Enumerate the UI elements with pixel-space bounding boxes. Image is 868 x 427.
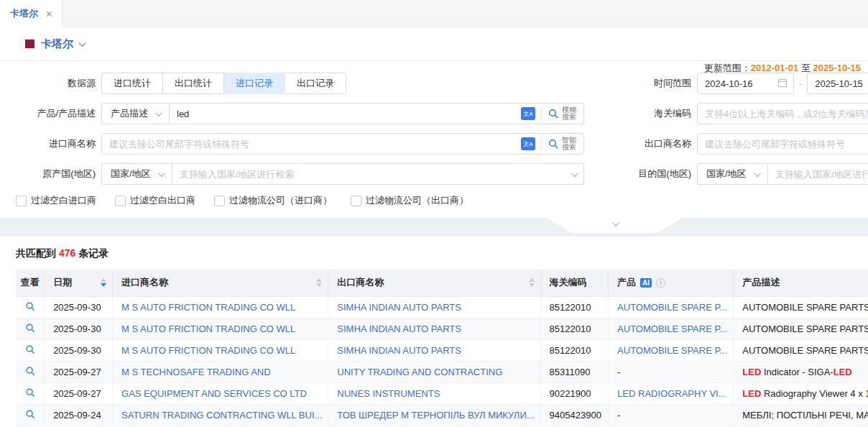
exporter-link-cell: NUNES INSTRUMENTS <box>328 382 540 404</box>
column-header-4[interactable]: 出口商名称 <box>328 270 540 296</box>
description-cell: LED Radiography Viewer 4 x 16 inch <box>734 382 868 404</box>
update-range-joiner: 至 <box>801 63 811 73</box>
checkbox-row: 过滤空白进口商过滤空白出口商过滤物流公司（进口商）过滤物流公司（出口商） <box>0 193 868 208</box>
importer-input[interactable] <box>102 134 515 154</box>
importer-link-cell: M S AUTO FRICTION TRADING CO WLL <box>113 318 328 339</box>
calendar-icon[interactable] <box>777 78 788 90</box>
description-cell: МЕБЛІ; ПОСТІЛЬНІ РЕЧІ, МАТРАЦИ,... <box>734 404 868 426</box>
hs-code-cell: 85122010 <box>540 296 609 318</box>
translate-icon[interactable]: 文A <box>521 137 535 150</box>
date-end-input[interactable] <box>808 73 868 93</box>
product-search-input[interactable] <box>170 104 515 124</box>
count-prefix: 共匹配到 <box>16 247 56 259</box>
checkbox-box[interactable] <box>214 196 225 206</box>
sort-desc-icon[interactable] <box>529 283 535 287</box>
destination-country-value: 国家/地区 <box>706 167 747 180</box>
exporter-link[interactable]: SIMHA INDIAN AUTO PARTS <box>337 323 461 334</box>
product-value[interactable]: AUTOMOBILE SPARE P... <box>617 323 727 334</box>
description-text: Indicator - SIGA- <box>761 367 833 377</box>
data-source-option[interactable]: 进口统计 <box>101 73 163 94</box>
info-icon[interactable]: i <box>656 278 665 288</box>
sort-desc-icon[interactable] <box>316 283 322 287</box>
exporter-input[interactable] <box>698 134 868 154</box>
product-type-select[interactable]: 产品描述 <box>102 104 170 124</box>
view-search-icon <box>25 366 35 376</box>
filter-row-importer: 进口商名称 文A 智能搜索 出口商名称 <box>0 133 868 155</box>
exporter-link[interactable]: SIMHA INDIAN AUTO PARTS <box>337 302 461 313</box>
sort-control[interactable] <box>529 278 535 287</box>
product-value[interactable]: AUTOMOBILE SPARE P... <box>617 345 727 356</box>
view-detail-button[interactable] <box>16 318 45 339</box>
sort-desc-icon[interactable] <box>101 283 106 287</box>
keyword-highlight: LED <box>742 367 761 377</box>
filter-checkbox[interactable]: 过滤物流公司（进口商） <box>214 194 332 207</box>
sort-asc-icon[interactable] <box>101 278 106 282</box>
filter-checkbox[interactable]: 过滤空白进口商 <box>16 194 96 207</box>
importer-link[interactable]: M S AUTO FRICTION TRADING CO WLL <box>121 323 295 334</box>
search-icon <box>548 108 559 119</box>
collapse-toggle[interactable] <box>546 218 683 233</box>
origin-country-select[interactable]: 国家/地区 <box>102 164 172 184</box>
importer-link[interactable]: M S AUTO FRICTION TRADING CO WLL <box>121 302 295 313</box>
update-range-start: 2012-01-01 <box>751 63 799 73</box>
exporter-link[interactable]: SIMHA INDIAN AUTO PARTS <box>337 345 461 356</box>
importer-link[interactable]: GAS EQUIPMENT AND SERVICES CO LTD <box>121 388 307 399</box>
tab-close-icon[interactable]: ✕ <box>45 9 53 19</box>
view-detail-button[interactable] <box>16 296 45 318</box>
hs-code-field[interactable] <box>697 103 868 124</box>
data-source-option[interactable]: 出口统计 <box>163 73 224 94</box>
date-cell: 2025-09-24 <box>45 404 113 426</box>
checkbox-box[interactable] <box>115 196 126 206</box>
date-end-field[interactable] <box>807 73 868 94</box>
exporter-link-cell: SIMHA INDIAN AUTO PARTS <box>328 339 540 361</box>
column-header-2[interactable]: 日期 <box>45 270 113 296</box>
importer-link-cell: M S TECHNOSAFE TRADING AND <box>113 361 328 382</box>
importer-link[interactable]: SATURN TRADING CONTRACTING WLL BUI... <box>121 410 322 421</box>
date-start-field[interactable] <box>697 73 794 94</box>
origin-search-input[interactable] <box>172 164 568 184</box>
product-value[interactable]: AUTOMOBILE SPARE P... <box>617 302 727 313</box>
checkbox-box[interactable] <box>351 196 361 206</box>
view-detail-button[interactable] <box>16 404 45 426</box>
sort-asc-icon[interactable] <box>529 278 535 282</box>
checkbox-box[interactable] <box>16 196 27 206</box>
translate-icon[interactable]: 文A <box>521 107 535 120</box>
exporter-field[interactable] <box>697 133 868 155</box>
view-detail-button[interactable] <box>16 361 45 382</box>
destination-search-input[interactable] <box>768 164 868 184</box>
tab-qatar[interactable]: 卡塔尔 ✕ <box>0 0 63 27</box>
importer-link[interactable]: M S TECHNOSAFE TRADING AND <box>121 367 271 377</box>
sort-asc-icon[interactable] <box>316 278 322 282</box>
data-source-option[interactable]: 出口记录 <box>285 73 346 94</box>
table-header-row: 查看日期进口商名称出口商名称海关编码产品AIi产品描述 <box>16 270 868 296</box>
fuzzy-line2: 搜索 <box>562 113 576 121</box>
view-detail-button[interactable] <box>16 382 45 404</box>
date-cell: 2025-09-27 <box>45 382 113 404</box>
exporter-link[interactable]: UNITY TRADING AND CONTRACTING <box>337 367 502 377</box>
datasource-label: 数据源 <box>0 77 96 90</box>
column-label: 查看 <box>21 276 40 289</box>
hs-code-input[interactable] <box>698 104 868 124</box>
sort-control[interactable] <box>101 278 106 287</box>
country-chevron-down-icon[interactable] <box>79 40 86 47</box>
smart-search-toggle[interactable]: 智能搜索 <box>542 137 583 151</box>
column-label: 进口商名称 <box>121 276 168 289</box>
exporter-link[interactable]: ТОВ ШРЕДЕР М ТЕРНОПІЛЬ ВУЛ МИКУЛИ... <box>337 410 534 421</box>
data-source-option[interactable]: 进口记录 <box>224 73 285 94</box>
column-header-3[interactable]: 进口商名称 <box>113 270 328 296</box>
view-detail-button[interactable] <box>16 339 45 361</box>
column-label: 产品 <box>617 276 636 289</box>
filter-checkbox[interactable]: 过滤物流公司（出口商） <box>351 194 468 207</box>
date-separator: - <box>799 78 802 89</box>
destination-country-select[interactable]: 国家/地区 <box>698 164 768 184</box>
date-start-input[interactable] <box>698 73 777 93</box>
results-table: 查看日期进口商名称出口商名称海关编码产品AIi产品描述 2025-09-30M … <box>16 270 868 426</box>
description-text: AUTOMOBILE SPARE PARTST/L ASSY ... <box>742 323 868 334</box>
chevron-down-icon[interactable] <box>571 170 578 177</box>
sort-control[interactable] <box>316 278 322 287</box>
fuzzy-search-toggle[interactable]: 模糊搜索 <box>542 106 583 121</box>
importer-link[interactable]: M S AUTO FRICTION TRADING CO WLL <box>121 345 295 356</box>
exporter-link[interactable]: NUNES INSTRUMENTS <box>337 388 440 399</box>
product-value[interactable]: LED RADIOGRAPHY VI... <box>617 388 726 399</box>
filter-checkbox[interactable]: 过滤空白出口商 <box>115 194 195 207</box>
